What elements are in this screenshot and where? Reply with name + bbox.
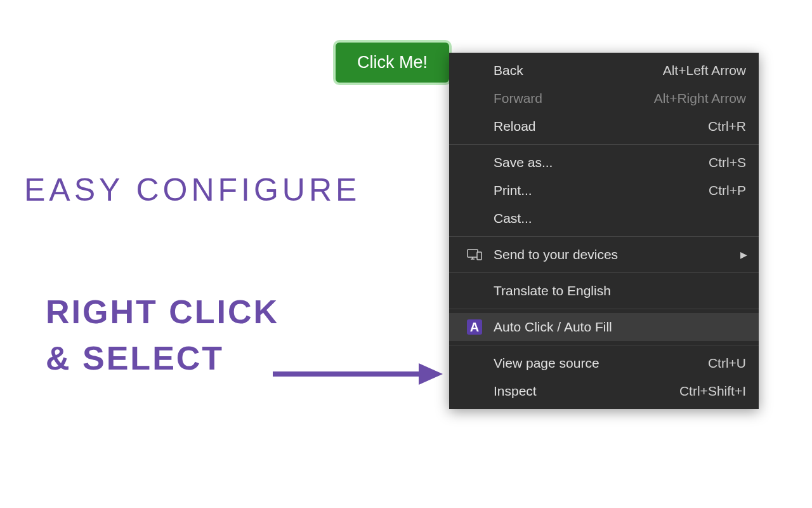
menu-shortcut: Ctrl+Shift+I (679, 384, 746, 399)
menu-item-view-source[interactable]: View page source Ctrl+U (449, 349, 759, 377)
menu-label: Auto Click / Auto Fill (494, 319, 746, 335)
menu-label: View page source (494, 356, 708, 371)
menu-item-print[interactable]: Print... Ctrl+P (449, 177, 759, 204)
menu-label: Back (494, 63, 663, 78)
extension-icon: A (466, 318, 483, 336)
menu-separator (449, 345, 759, 345)
svg-rect-2 (468, 250, 478, 257)
menu-item-forward: Forward Alt+Right Arrow (449, 84, 759, 112)
menu-shortcut: Alt+Right Arrow (654, 91, 746, 106)
menu-item-send-devices[interactable]: Send to your devices ▶ (449, 241, 759, 269)
heading-line-1: RIGHT CLICK (46, 293, 279, 330)
menu-separator (449, 144, 759, 145)
menu-shortcut: Alt+Left Arrow (663, 63, 746, 78)
menu-label: Forward (494, 91, 654, 106)
menu-label: Reload (494, 119, 708, 134)
arrow-icon (273, 358, 444, 390)
context-menu: Back Alt+Left Arrow Forward Alt+Right Ar… (449, 53, 759, 409)
menu-label: Send to your devices (494, 247, 746, 262)
menu-shortcut: Ctrl+S (709, 155, 746, 170)
svg-rect-5 (477, 252, 481, 260)
menu-item-save-as[interactable]: Save as... Ctrl+S (449, 149, 759, 177)
menu-separator (449, 272, 759, 273)
menu-item-auto-click-extension[interactable]: A Auto Click / Auto Fill (449, 313, 759, 341)
submenu-arrow-icon: ▶ (740, 250, 747, 260)
menu-item-inspect[interactable]: Inspect Ctrl+Shift+I (449, 377, 759, 405)
click-me-button[interactable]: Click Me! (333, 40, 452, 85)
menu-shortcut: Ctrl+U (708, 356, 746, 371)
menu-label: Inspect (494, 384, 679, 399)
menu-item-reload[interactable]: Reload Ctrl+R (449, 112, 759, 140)
devices-icon (466, 246, 483, 264)
svg-marker-1 (419, 363, 443, 385)
menu-label: Cast... (494, 211, 746, 226)
heading-right-click-select: RIGHT CLICK & SELECT (46, 289, 279, 382)
menu-label: Save as... (494, 155, 709, 170)
heading-line-2: & SELECT (46, 340, 224, 377)
menu-item-translate[interactable]: Translate to English (449, 277, 759, 305)
menu-separator (449, 309, 759, 309)
menu-shortcut: Ctrl+R (708, 119, 746, 134)
menu-label: Print... (494, 183, 709, 198)
heading-easy-configure: EASY CONFIGURE (24, 171, 360, 208)
menu-shortcut: Ctrl+P (709, 183, 746, 198)
menu-item-back[interactable]: Back Alt+Left Arrow (449, 57, 759, 84)
menu-item-cast[interactable]: Cast... (449, 204, 759, 232)
menu-separator (449, 236, 759, 237)
menu-label: Translate to English (494, 283, 746, 298)
